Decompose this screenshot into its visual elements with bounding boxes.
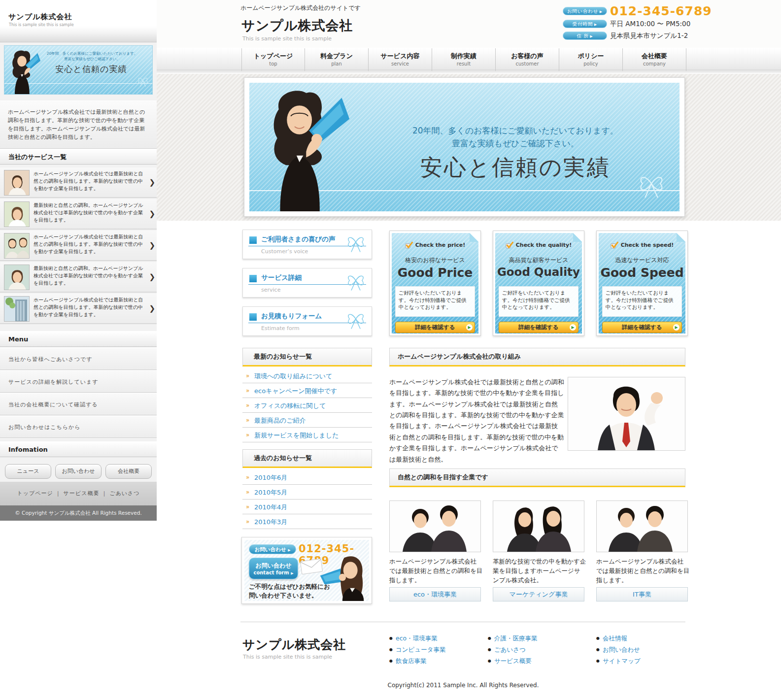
- service-thumbnail: [4, 201, 30, 227]
- arrow-right-icon: ▶: [590, 34, 593, 38]
- checkmark-icon: [506, 241, 514, 249]
- square-bullet-icon: [249, 275, 257, 282]
- arrow-right-icon: ▶: [466, 324, 473, 331]
- bullet-icon: ●: [389, 659, 393, 663]
- sidebar-service-item[interactable]: ホームページサンプル株式会社では最新技術と自然との調和を目指します。革新的な技術…: [0, 294, 157, 324]
- site-tagline: ホームページサンプル株式会社のサイトです: [240, 4, 361, 12]
- arrow-right-icon: ▶: [570, 324, 576, 331]
- nav-item-service[interactable]: サービス内容service: [369, 48, 432, 71]
- nav-item-company[interactable]: 会社概要company: [623, 48, 686, 71]
- marketing-business-button[interactable]: マーケティング事業: [493, 587, 584, 601]
- service-text: ホームページサンプル株式会社では最新技術と自然との調和を目指します。革新的な技術…: [34, 233, 146, 255]
- sidebar-hero-banner[interactable]: 20年間、多くのお客様にご愛顧いただいております。 豊富な実績もぜひご確認下さい…: [4, 45, 153, 95]
- footer-divider: [240, 622, 685, 622]
- sidebar-hero-line1: 20年間、多くのお客様にご愛顧いただいております。: [33, 51, 151, 56]
- service-detail-box[interactable]: サービス詳細 service: [242, 268, 372, 298]
- hours-badge: 受付時間▶: [563, 20, 607, 28]
- sidebar-header: サンプル株式会社 This is sample site this is sam…: [0, 0, 157, 42]
- archive-link[interactable]: »2010年6月: [242, 470, 372, 485]
- square-bullet-icon: [249, 313, 257, 321]
- sidebar-service-item[interactable]: 最新技術と自然との調和。ホームページサンプル株式会社では革新的な技術で世の中を動…: [0, 262, 157, 293]
- arrow-right-icon: ▶: [600, 10, 603, 14]
- double-arrow-icon: »: [246, 399, 249, 413]
- pipe-separator: ｜: [55, 490, 61, 497]
- news-link[interactable]: »最新商品のご紹介: [242, 413, 372, 428]
- card-tagline: 格安のお得なサービス: [392, 256, 478, 265]
- arrow-right-icon: ▶: [288, 548, 290, 552]
- detail-button[interactable]: 詳細を確認する▶: [602, 322, 682, 333]
- footer-link[interactable]: ●飲食店事業: [389, 657, 445, 668]
- news-link[interactable]: »オフィスの移転に関して: [242, 399, 372, 413]
- business-photo: [389, 500, 481, 552]
- bullet-icon: ●: [389, 636, 393, 640]
- business-photo: [596, 500, 688, 552]
- chevron-right-icon: ❯: [149, 241, 155, 250]
- footer-link[interactable]: ●介護・医療事業: [488, 634, 537, 646]
- sidebar-menu-item-greeting[interactable]: 当社から皆様へごあいさつです: [0, 348, 157, 370]
- footer-link[interactable]: ●ごあいさつ: [488, 646, 537, 657]
- archive-link[interactable]: »2010年3月: [242, 515, 372, 529]
- bullet-icon: ●: [596, 647, 600, 652]
- detail-button[interactable]: 詳細を確認する▶: [395, 322, 475, 333]
- customer-voice-box[interactable]: ご利用者さまの喜びの声 Customer’s voice: [242, 230, 372, 259]
- eco-business-button[interactable]: eco・環境事業: [389, 587, 481, 601]
- double-arrow-icon: »: [246, 500, 249, 514]
- archive-link[interactable]: »2010年4月: [242, 500, 372, 514]
- sidebar-footer-link-greeting[interactable]: ごあいさつ: [109, 490, 139, 497]
- sidebar-news-button[interactable]: ニュース: [5, 464, 51, 479]
- news-link[interactable]: »環境への取り組みについて: [242, 369, 372, 383]
- sidebar-footer-link-top[interactable]: トップページ: [17, 490, 53, 497]
- site-title[interactable]: サンプル株式会社: [241, 17, 353, 34]
- card-tagline: 高品質な顧客サービス: [495, 256, 582, 265]
- double-arrow-icon: »: [246, 470, 249, 485]
- chevron-right-icon: ❯: [149, 178, 155, 187]
- nav-item-top[interactable]: トップページtop: [241, 48, 305, 71]
- footer-link[interactable]: ●お問い合わせ: [596, 646, 641, 657]
- page: サンプル株式会社 This is sample site this is sam…: [0, 0, 781, 700]
- footer-link[interactable]: ●サイトマップ: [596, 657, 641, 668]
- good-price-card: Check the price! 格安のお得なサービス Good Price ご…: [389, 231, 481, 336]
- nav-item-result[interactable]: 制作実績result: [432, 48, 496, 71]
- sidebar-service-item[interactable]: ホームページサンプル株式会社では最新技術と自然との調和を目指します。革新的な技術…: [0, 231, 157, 261]
- nav-item-plan[interactable]: 料金プランplan: [305, 48, 369, 71]
- nav-item-customer[interactable]: お客様の声customer: [496, 48, 559, 71]
- contact-note: ご不明な点はぜひお気軽にお問い合わせ下さいませ。: [249, 582, 332, 600]
- sidebar-info-heading: Infomation: [0, 441, 157, 457]
- sidebar-footer-link-service[interactable]: サービス概要: [64, 490, 100, 497]
- business-photo: [493, 500, 584, 552]
- news-link[interactable]: »新規サービスを開始しました: [242, 428, 372, 442]
- sidebar-service-item[interactable]: 最新技術と自然との調和。ホームページサンプル株式会社では革新的な技術で世の中を動…: [0, 199, 157, 230]
- footer-link[interactable]: ●会社情報: [596, 634, 641, 646]
- phone-badge[interactable]: お問い合わせ▶: [563, 7, 607, 15]
- ribbon-bow-icon: [136, 76, 149, 87]
- detail-button[interactable]: 詳細を確認する▶: [499, 322, 578, 333]
- it-business-button[interactable]: IT事業: [596, 587, 688, 601]
- sidebar-brand: サンプル株式会社: [8, 12, 72, 22]
- estimate-form-box[interactable]: お見積もりフォーム Estimate form: [242, 306, 372, 336]
- sidebar-menu-item-company[interactable]: 当社の会社概要について確認する: [0, 393, 157, 415]
- footer-link[interactable]: ●サービス概要: [488, 657, 537, 668]
- chevron-right-icon: ❯: [149, 272, 155, 281]
- sidebar-menu-item-contact[interactable]: お問い合わせはこちらから: [0, 416, 157, 438]
- good-quality-card: Check the quality! 高品質な顧客サービス Good Quali…: [493, 231, 584, 336]
- ribbon-bow-icon: [345, 272, 367, 292]
- footer-copyright: Copyright(c) 2011 Sample Inc. All Rights…: [241, 682, 685, 689]
- contact-form-button[interactable]: お問い合わせ contact form ▶: [249, 558, 298, 579]
- card-body: ご好評をいただいております。今だけ特別価格でご提供中となっております。: [395, 286, 475, 317]
- sidebar-company-button[interactable]: 会社概要: [105, 464, 152, 479]
- checkmark-icon: [405, 241, 413, 249]
- good-speed-card: Check the speed! 迅速なサービス対応 Good Speed ご好…: [596, 231, 688, 336]
- bullet-icon: ●: [596, 636, 600, 640]
- nav-item-policy[interactable]: ポリシーpolicy: [559, 48, 623, 71]
- contact-promo-inner: お問い合わせ ▶ 012-345-6789 お問い合わせ contact for…: [244, 540, 369, 601]
- news-link[interactable]: »ecoキャンペーン開催中です: [242, 384, 372, 398]
- archive-link[interactable]: »2010年5月: [242, 485, 372, 500]
- footer-link[interactable]: ●コンピュータ事業: [389, 646, 445, 657]
- footer-link[interactable]: ●eco・環境事業: [389, 634, 445, 646]
- contact-badge[interactable]: お問い合わせ ▶: [249, 544, 296, 554]
- pipe-separator: ｜: [102, 490, 107, 497]
- sidebar-contact-button[interactable]: お問い合わせ: [55, 464, 102, 479]
- card-title: Good Speed: [599, 266, 685, 280]
- sidebar-service-item[interactable]: ホームページサンプル株式会社では最新技術と自然との調和を目指します。革新的な技術…: [0, 167, 157, 198]
- sidebar-menu-item-service[interactable]: サービスの詳細を解説しています: [0, 370, 157, 393]
